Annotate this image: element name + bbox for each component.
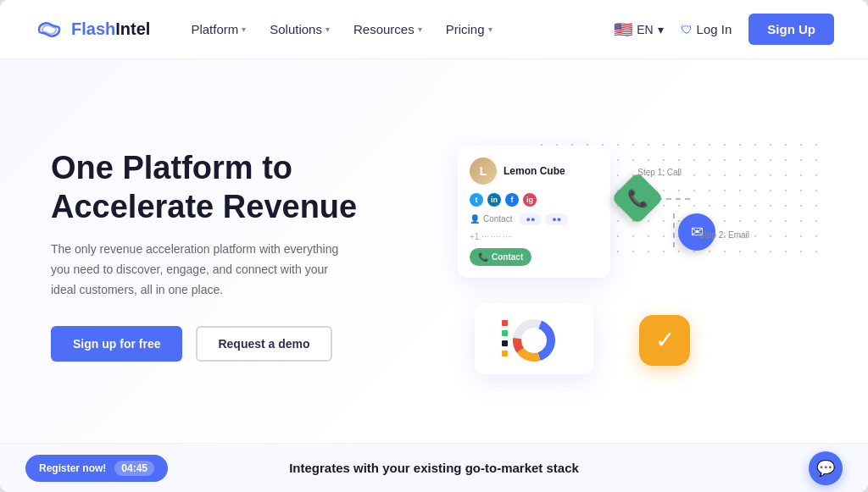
donut-chart bbox=[500, 313, 568, 364]
nav-right: 🇺🇸 EN ▾ 🛡 Log In Sign Up bbox=[614, 14, 834, 45]
pill-tag: ●● bbox=[545, 213, 568, 225]
phone-row: +1 ··· ···· ···· bbox=[470, 232, 598, 241]
logo-text: FlashIntel bbox=[71, 19, 150, 39]
chat-icon: 💬 bbox=[816, 459, 835, 478]
nav-links: Platform ▾ Solutions ▾ Resources ▾ Prici… bbox=[191, 22, 587, 36]
nav-platform[interactable]: Platform ▾ bbox=[191, 22, 246, 36]
contact-card: L Lemon Cube t in f ig 👤 Contact ●● ●● bbox=[458, 146, 610, 278]
nav-pricing[interactable]: Pricing ▾ bbox=[446, 22, 492, 36]
hero-content: One Platform to Accelerate Revenue The o… bbox=[51, 149, 407, 362]
chevron-down-icon: ▾ bbox=[488, 25, 492, 34]
shield-icon: 🛡 bbox=[681, 23, 693, 36]
nav-solutions[interactable]: Solutions ▾ bbox=[270, 22, 330, 36]
hero-buttons: Sign up for free Request a demo bbox=[51, 326, 407, 362]
person-icon: 👤 bbox=[470, 214, 480, 224]
check-card: ✓ bbox=[639, 315, 690, 366]
chevron-down-icon: ▾ bbox=[242, 25, 246, 34]
contact-cta[interactable]: 📞 Contact bbox=[470, 248, 531, 266]
connector-vertical bbox=[673, 213, 675, 247]
chevron-down-icon: ▾ bbox=[418, 25, 422, 34]
hero-section: One Platform to Accelerate Revenue The o… bbox=[0, 59, 868, 443]
request-demo-button[interactable]: Request a demo bbox=[196, 326, 331, 362]
facebook-icon: f bbox=[505, 193, 519, 207]
contact-name: Lemon Cube bbox=[504, 165, 565, 177]
svg-rect-5 bbox=[502, 330, 508, 336]
register-badge[interactable]: Register now! 04:45 bbox=[25, 455, 168, 482]
logo-icon bbox=[34, 19, 64, 40]
hero-title: One Platform to Accelerate Revenue bbox=[51, 149, 407, 226]
flag-icon: 🇺🇸 bbox=[614, 20, 632, 39]
step-call-label: Step 1: Call bbox=[637, 168, 682, 177]
linkedin-icon: in bbox=[487, 193, 501, 207]
nav-resources[interactable]: Resources ▾ bbox=[353, 22, 422, 36]
phone-icon: 📞 bbox=[478, 252, 488, 262]
bottom-tagline: Integrates with your existing go-to-mark… bbox=[289, 461, 579, 475]
login-button[interactable]: 🛡 Log In bbox=[681, 22, 732, 36]
hero-illustration: L Lemon Cube t in f ig 👤 Contact ●● ●● bbox=[407, 129, 817, 383]
svg-rect-4 bbox=[502, 320, 508, 326]
signup-free-button[interactable]: Sign up for free bbox=[51, 326, 182, 362]
pill-tag: ●● bbox=[519, 213, 542, 225]
svg-rect-7 bbox=[502, 351, 508, 357]
navbar: FlashIntel Platform ▾ Solutions ▾ Resour… bbox=[0, 0, 868, 59]
chevron-down-icon: ▾ bbox=[658, 23, 664, 36]
countdown-timer: 04:45 bbox=[114, 461, 154, 476]
svg-rect-6 bbox=[502, 340, 508, 346]
step-email-label: Step 2: Email bbox=[699, 230, 749, 240]
hero-description: The only revenue acceleration platform w… bbox=[51, 240, 356, 300]
avatar: L bbox=[470, 158, 497, 185]
twitter-icon: t bbox=[470, 193, 483, 207]
bottom-strip: Register now! 04:45 Integrates with your… bbox=[0, 443, 868, 492]
logo[interactable]: FlashIntel bbox=[34, 19, 150, 40]
chevron-down-icon: ▾ bbox=[326, 25, 330, 34]
social-icons: t in f ig bbox=[470, 193, 598, 207]
chart-card bbox=[475, 303, 593, 374]
register-label: Register now! bbox=[39, 462, 106, 474]
signup-button[interactable]: Sign Up bbox=[748, 14, 834, 45]
instagram-icon: ig bbox=[523, 193, 537, 207]
chat-button[interactable]: 💬 bbox=[809, 451, 843, 485]
contact-label: 👤 Contact ●● ●● bbox=[470, 213, 598, 225]
language-selector[interactable]: 🇺🇸 EN ▾ bbox=[614, 20, 663, 39]
